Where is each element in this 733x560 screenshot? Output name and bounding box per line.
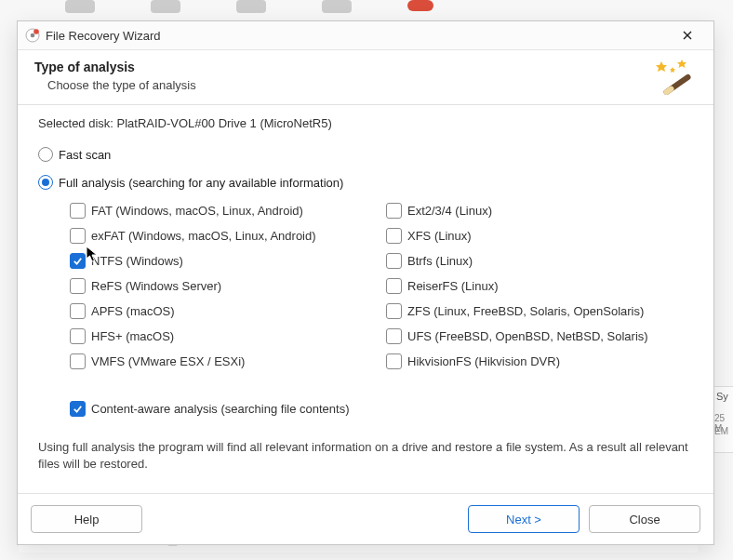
svg-marker-5 [656,61,667,72]
checkbox-icon [70,253,86,269]
fs-checkbox-zfs[interactable]: ZFS (Linux, FreeBSD, Solaris, OpenSolari… [386,303,693,319]
fast-scan-label: Fast scan [59,148,111,162]
fs-label: HFS+ (macOS) [91,329,174,343]
checkbox-icon [70,353,86,369]
fs-checkbox-vmfs[interactable]: VMFS (VMware ESX / ESXi) [70,353,377,369]
close-window-button[interactable] [669,22,706,48]
close-button-label: Close [629,513,660,527]
filesystem-options-grid: FAT (Windows, macOS, Linux, Android)Ext2… [70,203,693,369]
radio-icon [38,175,53,190]
checkbox-icon [386,353,402,369]
checkbox-icon [70,303,86,319]
fs-label: NTFS (Windows) [91,254,183,268]
fs-label: ZFS (Linux, FreeBSD, Solaris, OpenSolari… [407,304,644,318]
wizard-footer: Help Next > Close [18,493,713,544]
help-button-label: Help [74,513,100,527]
checkbox-icon [386,303,402,319]
background-toolbar-icons [0,0,733,20]
fs-label: ReFS (Windows Server) [91,279,221,293]
wizard-header: Type of analysis Choose the type of anal… [18,50,713,105]
page-subtitle: Choose the type of analysis [47,78,656,92]
checkbox-icon [386,328,402,344]
fs-checkbox-hfs[interactable]: HFS+ (macOS) [70,328,377,344]
svg-point-1 [31,33,35,38]
info-text: Using full analysis the program will fin… [38,439,693,472]
fs-checkbox-refs[interactable]: ReFS (Windows Server) [70,278,377,294]
fs-checkbox-ntfs[interactable]: NTFS (Windows) [70,253,377,269]
help-button[interactable]: Help [31,505,142,533]
titlebar: File Recovery Wizard [18,21,713,50]
fs-label: Ext2/3/4 (Linux) [407,204,492,218]
fs-checkbox-apfs[interactable]: APFS (macOS) [70,303,377,319]
content-aware-checkbox[interactable]: Content-aware analysis (searching file c… [70,401,693,417]
fs-checkbox-xfs[interactable]: XFS (Linux) [386,228,693,244]
selected-disk-label: Selected disk: PlatRAID-VOL#00 Drive 1 (… [38,116,693,130]
background-side-panel-fragment: Sy 25 M EM [712,386,733,453]
fs-label: FAT (Windows, macOS, Linux, Android) [91,204,303,218]
fs-label: Btrfs (Linux) [407,254,473,268]
fs-label: APFS (macOS) [91,304,175,318]
checkbox-icon [386,253,402,269]
fs-label: exFAT (Windows, macOS, Linux, Android) [91,229,316,243]
checkbox-icon [70,328,86,344]
full-analysis-radio[interactable]: Full analysis (searching for any availab… [38,175,693,190]
fs-checkbox-reiserfs[interactable]: ReiserFS (Linux) [386,278,693,294]
checkbox-icon [386,278,402,294]
next-button[interactable]: Next > [468,505,580,533]
fs-checkbox-ufs[interactable]: UFS (FreeBSD, OpenBSD, NetBSD, Solaris) [386,328,693,344]
fs-label: XFS (Linux) [407,229,472,243]
wizard-body: Selected disk: PlatRAID-VOL#00 Drive 1 (… [18,105,713,493]
fast-scan-radio[interactable]: Fast scan [38,147,693,162]
checkbox-icon [386,203,402,219]
app-icon [25,28,40,43]
page-title: Type of analysis [34,60,656,74]
fs-checkbox-btrfs[interactable]: Btrfs (Linux) [386,253,693,269]
fs-label: HikvisionFS (Hikvision DVR) [407,354,560,368]
fs-label: UFS (FreeBSD, OpenBSD, NetBSD, Solaris) [407,329,648,343]
content-aware-label: Content-aware analysis (searching file c… [91,402,349,416]
checkbox-icon [70,228,86,244]
next-button-label: Next > [506,513,541,527]
fs-label: ReiserFS (Linux) [407,279,499,293]
checkbox-icon [386,228,402,244]
fs-checkbox-ext[interactable]: Ext2/3/4 (Linux) [386,203,693,219]
checkbox-icon [70,401,86,417]
close-button[interactable]: Close [589,505,700,533]
checkbox-icon [70,278,86,294]
svg-marker-6 [677,60,686,68]
fs-checkbox-fat[interactable]: FAT (Windows, macOS, Linux, Android) [70,203,377,219]
radio-icon [38,147,53,162]
window-title: File Recovery Wizard [46,29,669,43]
svg-marker-7 [670,67,675,73]
fs-label: VMFS (VMware ESX / ESXi) [91,354,245,368]
fs-checkbox-exfat[interactable]: exFAT (Windows, macOS, Linux, Android) [70,228,377,244]
file-recovery-wizard-dialog: File Recovery Wizard Type of analysis Ch… [17,20,714,545]
checkbox-icon [70,203,86,219]
wizard-wand-icon [656,58,693,95]
full-analysis-label: Full analysis (searching for any availab… [59,176,343,190]
fs-checkbox-hikfs[interactable]: HikvisionFS (Hikvision DVR) [386,353,693,369]
svg-point-2 [33,29,39,34]
